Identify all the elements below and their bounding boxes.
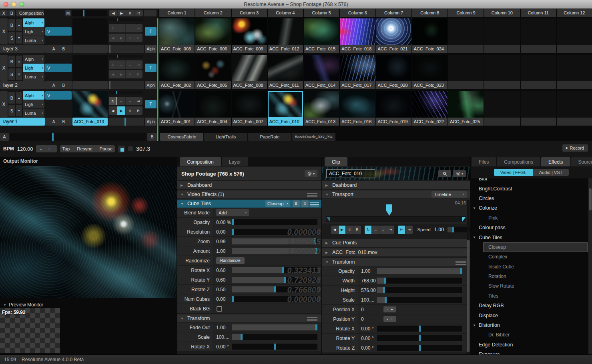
loop-button[interactable]: ↻: [109, 97, 117, 105]
clip-thumbnail[interactable]: [412, 55, 448, 81]
clip-thumbnail[interactable]: [159, 18, 195, 45]
clip-thumbnail[interactable]: [304, 18, 339, 45]
pause-button[interactable]: II: [126, 34, 134, 42]
param-slider-num-cubes[interactable]: [232, 296, 317, 302]
layer-bypass-button[interactable]: X: [0, 55, 8, 81]
pause-button[interactable]: II: [346, 226, 353, 234]
slider-thumb[interactable]: [232, 219, 234, 225]
clip-thumbnail[interactable]: [412, 91, 448, 118]
layer-up-button[interactable]: ▲: [16, 56, 22, 67]
param-stepper-position-y[interactable]: -+: [383, 316, 396, 322]
clip-label[interactable]: ACC_Fotc_024: [412, 45, 448, 53]
param-value[interactable]: 0.60: [216, 277, 233, 283]
back-button[interactable]: ◀: [109, 106, 117, 115]
effect-group-delay-rgb[interactable]: Delay RGB: [471, 301, 588, 310]
slider-thumb[interactable]: [274, 344, 276, 350]
param-value[interactable]: 768.00: [361, 278, 378, 284]
loop-button[interactable]: ↻: [365, 226, 372, 234]
clip-name-input[interactable]: ACC_Fotc_010: [326, 169, 375, 178]
mark_in-button[interactable]: ⊢: [398, 226, 405, 234]
clip-cell-acc-fotc-022[interactable]: ACC_Fotc_022: [412, 91, 448, 126]
composition-m-button[interactable]: M: [65, 10, 71, 16]
column-header-column-6[interactable]: Column 6: [340, 9, 375, 17]
toggle-video-ffgl[interactable]: Video | FFGL: [494, 169, 533, 176]
clip-thumbnail[interactable]: [195, 91, 231, 118]
effect-preset-tiles[interactable]: Tiles: [471, 291, 588, 301]
composition-bypass-button[interactable]: X: [0, 10, 8, 16]
forward-button[interactable]: →: [379, 226, 387, 234]
tab-clip[interactable]: Clip: [325, 157, 347, 166]
layer-position-bar[interactable]: [109, 91, 143, 94]
clip-thumbnail[interactable]: [304, 55, 339, 81]
clip-thumbnail[interactable]: [159, 55, 195, 81]
back-button[interactable]: ◀: [109, 10, 118, 16]
clip-cell-acc-fotc-018[interactable]: ACC_Fotc_018: [340, 18, 375, 53]
layer-clip-thumbnail[interactable]: [72, 91, 108, 117]
blend-option-ligh[interactable]: Ligh▾: [23, 100, 44, 108]
column-header-column-2[interactable]: Column 2: [195, 9, 231, 17]
deck-tab-paperate[interactable]: PapeRate: [248, 133, 291, 141]
layer-name-label[interactable]: layer 2: [0, 81, 45, 89]
layer-solo-button[interactable]: S: [8, 68, 15, 80]
bounce-button[interactable]: ↔: [117, 97, 126, 105]
param-slider-scale[interactable]: [232, 334, 317, 340]
deck-tab-cosmosfabric[interactable]: CosmosFabric: [160, 133, 203, 141]
effect-remove-button[interactable]: X: [301, 200, 309, 207]
slider-thumb[interactable]: [274, 286, 276, 292]
layer-b-button[interactable]: B: [8, 56, 15, 67]
clip-cell-acc-fotc-020[interactable]: ACC_Fotc_020: [376, 55, 411, 89]
effect-group-exposure[interactable]: Exposure: [471, 350, 588, 354]
clip-label[interactable]: ACC_Fotc_022: [412, 118, 448, 126]
slider-thumb[interactable]: [419, 326, 421, 332]
bus-a-button[interactable]: A: [52, 47, 55, 51]
layer-progress-bar[interactable]: [108, 45, 144, 53]
slider-thumb[interactable]: [419, 335, 421, 341]
drag-handle-icon[interactable]: [456, 260, 466, 266]
clip-cell-acc-fotc-017[interactable]: ACC_Fotc_017: [340, 55, 375, 89]
slider-thumb[interactable]: [315, 324, 317, 330]
bpm-minus-plus-button[interactable]: - +: [36, 145, 56, 152]
section-dashboard[interactable]: ▶Dashboard: [322, 181, 470, 189]
tab-files[interactable]: Files: [472, 157, 496, 166]
clip-thumbnail[interactable]: [376, 91, 411, 118]
blend-option-ligh[interactable]: Ligh▾: [23, 64, 44, 72]
clip-panel-scrollbar[interactable]: [467, 200, 470, 354]
slider-thumb[interactable]: [315, 248, 317, 254]
layer-position-bar[interactable]: [109, 55, 143, 58]
pause-button[interactable]: II: [126, 106, 134, 115]
layer-v-button[interactable]: V: [45, 64, 72, 72]
forward-button[interactable]: →: [126, 60, 134, 69]
layer-v-button[interactable]: V: [45, 27, 72, 36]
crossfader-a-button[interactable]: A: [0, 133, 9, 141]
loop-button[interactable]: ↻: [109, 60, 117, 69]
slider-thumb[interactable]: [384, 278, 386, 284]
effect-group-distortion[interactable]: ▼Distortion: [471, 320, 588, 330]
play-button[interactable]: ▶: [117, 106, 126, 115]
effect-preset-dropdown[interactable]: Closeup▾: [265, 200, 290, 207]
tap-button[interactable]: Tap: [62, 146, 70, 151]
clip-cell-acc-fotc-001[interactable]: ACC_Fotc_001: [159, 91, 195, 126]
r-button[interactable]: R: [134, 10, 143, 16]
composition-position-bar[interactable]: [72, 10, 107, 16]
tab-composition[interactable]: Composition: [180, 157, 221, 166]
clip-thumbnail[interactable]: [376, 55, 411, 81]
layer-name-label[interactable]: layer 1: [0, 118, 45, 126]
clip-cell-acc-fotc-015[interactable]: ACC_Fotc_015: [304, 18, 339, 53]
clip-thumbnail[interactable]: [268, 91, 303, 118]
param-slider-opacity[interactable]: [377, 268, 462, 274]
layer-solo-button[interactable]: S: [8, 105, 15, 116]
param-slider-width[interactable]: [377, 278, 462, 284]
clip-cell-acc-fotc-009[interactable]: ACC_Fotc_009: [232, 18, 267, 53]
clip-cell-acc-fotc-023[interactable]: ACC_Fotc_023: [412, 55, 448, 89]
param-value[interactable]: 1.00: [216, 248, 233, 254]
param-value[interactable]: 0.50: [216, 287, 233, 292]
resync-button[interactable]: Resync: [77, 146, 92, 151]
clip-label[interactable]: ACC_Fotc_016: [340, 118, 375, 126]
bus-a-button[interactable]: A: [52, 83, 55, 88]
pause-button[interactable]: Pause: [100, 146, 113, 151]
layer-up-button[interactable]: ▲: [16, 19, 22, 31]
effect-group-colour-pass[interactable]: Colour pass: [471, 223, 588, 232]
clip-label[interactable]: ACC_Fotc_006: [195, 45, 231, 53]
param-slider-scale[interactable]: [377, 297, 462, 303]
clip-cell-acc-fotc-019[interactable]: ACC_Fotc_019: [376, 91, 411, 126]
